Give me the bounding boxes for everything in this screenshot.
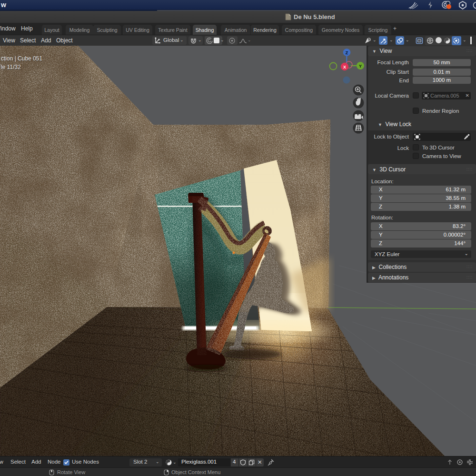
svg-text:le 11/32: le 11/32 [1, 64, 21, 70]
svg-text:Z: Z [346, 50, 348, 55]
svg-text:X: X [343, 65, 346, 69]
svg-text:ction | Cube 051: ction | Cube 051 [1, 55, 43, 62]
svg-text:Y: Y [359, 64, 362, 69]
